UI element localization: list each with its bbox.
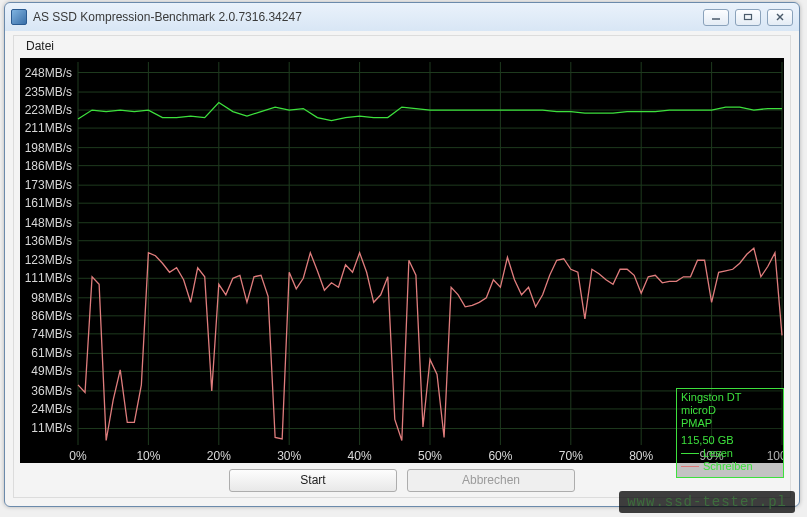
svg-text:30%: 30% — [277, 449, 301, 463]
maximize-button[interactable] — [735, 9, 761, 26]
legend: Kingston DT microD PMAP 115,50 GB Lesen … — [676, 388, 784, 478]
legend-map: PMAP — [681, 417, 779, 430]
svg-text:40%: 40% — [348, 449, 372, 463]
legend-read: Lesen — [681, 447, 779, 460]
svg-rect-1 — [745, 15, 752, 20]
svg-text:11MB/s: 11MB/s — [31, 422, 72, 436]
benchmark-chart: 11MB/s24MB/s36MB/s49MB/s61MB/s74MB/s86MB… — [20, 58, 784, 463]
svg-text:223MB/s: 223MB/s — [25, 103, 72, 117]
cancel-button: Abbrechen — [407, 469, 575, 492]
titlebar: AS SSD Kompression-Benchmark 2.0.7316.34… — [5, 3, 799, 31]
svg-text:50%: 50% — [418, 449, 442, 463]
window-title: AS SSD Kompression-Benchmark 2.0.7316.34… — [33, 10, 697, 24]
legend-read-swatch — [681, 453, 699, 454]
svg-text:60%: 60% — [488, 449, 512, 463]
app-window: AS SSD Kompression-Benchmark 2.0.7316.34… — [4, 2, 800, 507]
legend-read-label: Lesen — [703, 447, 733, 460]
chart-area: 11MB/s24MB/s36MB/s49MB/s61MB/s74MB/s86MB… — [20, 58, 784, 463]
svg-text:98MB/s: 98MB/s — [31, 291, 72, 305]
legend-write-swatch — [681, 466, 699, 467]
svg-text:123MB/s: 123MB/s — [25, 253, 72, 267]
svg-text:161MB/s: 161MB/s — [25, 196, 72, 210]
legend-write-label: Schreiben — [703, 460, 753, 473]
start-button[interactable]: Start — [229, 469, 397, 492]
svg-text:136MB/s: 136MB/s — [25, 234, 72, 248]
legend-device: Kingston DT microD — [681, 391, 779, 417]
svg-text:80%: 80% — [629, 449, 653, 463]
svg-text:0%: 0% — [69, 449, 87, 463]
svg-text:86MB/s: 86MB/s — [31, 309, 72, 323]
close-button[interactable] — [767, 9, 793, 26]
window-controls — [703, 9, 793, 26]
svg-text:148MB/s: 148MB/s — [25, 216, 72, 230]
svg-text:235MB/s: 235MB/s — [25, 85, 72, 99]
watermark: www.ssd-tester.pl — [619, 491, 795, 513]
menu-file[interactable]: Datei — [20, 37, 60, 55]
svg-text:198MB/s: 198MB/s — [25, 141, 72, 155]
svg-text:10%: 10% — [136, 449, 160, 463]
svg-text:211MB/s: 211MB/s — [25, 121, 72, 135]
menubar: Datei — [14, 36, 790, 56]
app-icon — [11, 9, 27, 25]
svg-text:49MB/s: 49MB/s — [31, 365, 72, 379]
legend-capacity: 115,50 GB — [681, 434, 779, 447]
svg-text:173MB/s: 173MB/s — [25, 178, 72, 192]
minimize-button[interactable] — [703, 9, 729, 26]
client-area: Datei 11MB/s24MB/s36MB/s49MB/s61MB/s74MB… — [13, 35, 791, 498]
svg-text:186MB/s: 186MB/s — [25, 159, 72, 173]
svg-text:74MB/s: 74MB/s — [31, 327, 72, 341]
legend-write: Schreiben — [681, 460, 779, 473]
svg-text:248MB/s: 248MB/s — [25, 66, 72, 80]
svg-text:36MB/s: 36MB/s — [31, 384, 72, 398]
svg-text:24MB/s: 24MB/s — [31, 402, 72, 416]
svg-text:111MB/s: 111MB/s — [25, 272, 72, 286]
svg-text:20%: 20% — [207, 449, 231, 463]
svg-text:61MB/s: 61MB/s — [31, 347, 72, 361]
svg-text:70%: 70% — [559, 449, 583, 463]
